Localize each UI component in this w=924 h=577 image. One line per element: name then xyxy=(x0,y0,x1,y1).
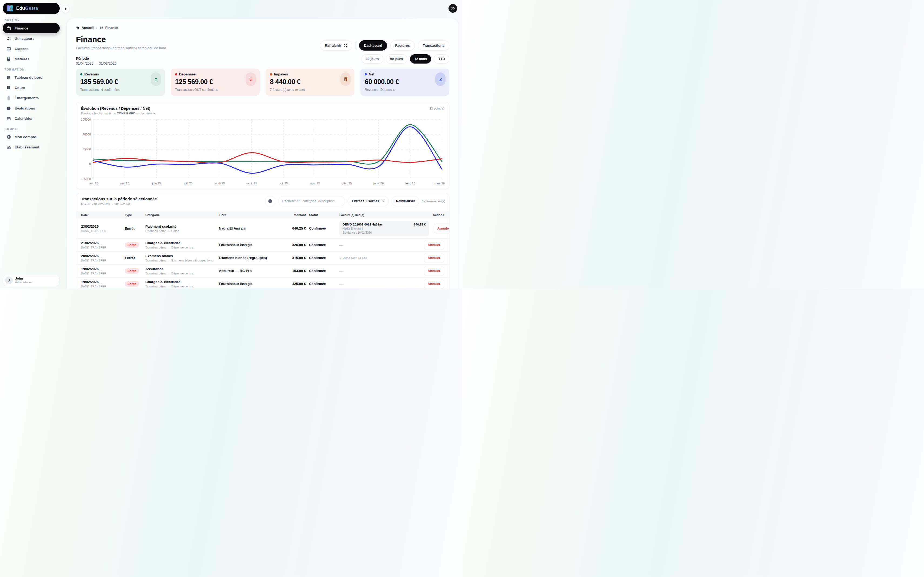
status-dot xyxy=(365,73,367,76)
status-filter-button[interactable] xyxy=(265,196,275,206)
search-box xyxy=(278,196,345,206)
tx-type: Entrée xyxy=(125,256,135,260)
tab-label: Factures xyxy=(395,44,410,48)
stat-value: 8 440.00 € xyxy=(270,78,350,86)
sidebar: EduGesta GESTION Finance Utilisateurs Cl… xyxy=(0,0,63,288)
sidebar-item-mon-compte[interactable]: Mon compte xyxy=(3,132,60,142)
tx-type-badge: Sortie xyxy=(125,281,139,287)
svg-text:0: 0 xyxy=(89,163,91,166)
sidebar-item-calendrier[interactable]: Calendrier xyxy=(3,113,60,124)
column-header-tiers: Tiers xyxy=(219,213,281,217)
divider xyxy=(355,42,356,49)
stat-caption: Transactions OUT confirmées xyxy=(175,88,256,92)
sidebar-collapse-button[interactable] xyxy=(62,5,69,13)
sidebar-item-etablissement[interactable]: Établissement xyxy=(3,142,60,152)
search-input[interactable] xyxy=(282,199,341,203)
svg-text:févr. 26: févr. 26 xyxy=(405,182,415,185)
tab-transactions[interactable]: Transactions xyxy=(418,40,449,50)
sidebar-section-formation: FORMATION xyxy=(5,68,24,71)
table-row: 19/02/2026BANK_TRANSFER Sortie Assurance… xyxy=(76,264,449,277)
sidebar-item-matieres[interactable]: Matières xyxy=(3,54,60,64)
table-row: 21/02/2026BANK_TRANSFER Sortie Charges &… xyxy=(76,239,449,251)
stat-card-depenses: Dépenses 125 569.00 € Transactions OUT c… xyxy=(171,69,260,96)
breadcrumb-home[interactable]: Accueil xyxy=(76,26,93,30)
tx-date: 21/02/2026 xyxy=(81,241,122,245)
invoice-placeholder: — xyxy=(339,243,342,247)
calendar-icon xyxy=(6,116,11,121)
stat-label: Dépenses xyxy=(179,72,196,76)
svg-text:mai 25: mai 25 xyxy=(120,182,129,185)
tx-date: 19/02/2026 xyxy=(81,280,122,284)
stat-value: 125 569.00 € xyxy=(175,78,256,86)
clipboard-icon xyxy=(6,96,11,100)
transactions-controls: Entrées + sorties Réinitialiser 17 trans… xyxy=(265,196,445,206)
cancel-label: Annuler xyxy=(437,227,449,230)
tx-category: Charges & électricité xyxy=(145,241,215,245)
sidebar-item-label: Cours xyxy=(14,86,25,90)
sidebar-item-label: Utilisateurs xyxy=(14,37,35,40)
sidebar-item-emargements[interactable]: Émargements xyxy=(3,93,60,103)
sidebar-item-evaluations[interactable]: Évaluations xyxy=(3,103,60,113)
column-header-actions: Actions xyxy=(423,213,444,217)
chart-line-icon xyxy=(435,73,445,86)
sidebar-user-card[interactable]: J John Administrateur xyxy=(3,275,60,286)
tx-category: Assurance xyxy=(145,267,215,271)
stat-caption: Transactions IN confirmées xyxy=(80,88,161,92)
breadcrumb-home-label: Accueil xyxy=(82,26,93,30)
cancel-button[interactable]: Annuler xyxy=(424,240,444,250)
period-value: 01/04/2025 → 31/03/2026 xyxy=(76,61,116,65)
breadcrumb-current-label: Finance xyxy=(105,26,118,30)
course-icon xyxy=(6,85,11,90)
brand-logo[interactable]: EduGesta xyxy=(3,3,60,14)
reset-filters-button[interactable]: Réinitialiser xyxy=(392,196,419,206)
range-30-jours[interactable]: 30 jours xyxy=(362,54,383,64)
invoice-name: Nadia El Amrani xyxy=(342,227,426,230)
invoice-placeholder: — xyxy=(339,269,342,273)
svg-text:janv. 26: janv. 26 xyxy=(373,182,384,185)
brand-logo-icon xyxy=(6,5,13,12)
tx-method: BANK_TRANSFER xyxy=(81,229,122,232)
cancel-button[interactable]: Annuler xyxy=(424,266,444,276)
receipt-icon xyxy=(341,73,351,86)
cancel-button[interactable]: Annuler xyxy=(424,279,444,289)
tx-method: BANK_TRANSFER xyxy=(81,246,122,249)
tab-dashboard[interactable]: Dashboard xyxy=(359,40,387,50)
refresh-button[interactable]: Rafraîchir xyxy=(320,40,352,50)
range-label: 90 jours xyxy=(390,57,403,61)
direction-filter-select[interactable]: Entrées + sorties xyxy=(348,196,389,206)
svg-text:-35000: -35000 xyxy=(82,177,91,181)
cancel-button[interactable]: Annuler xyxy=(434,224,449,233)
sidebar-item-label: Émargements xyxy=(14,96,39,100)
cancel-label: Annuler xyxy=(428,282,440,286)
transactions-card: Transactions sur la période sélectionnée… xyxy=(76,193,449,288)
breadcrumb: Accueil › Finance xyxy=(76,25,449,31)
table-row: 19/02/2026BANK_TRANSFER Sortie Charges &… xyxy=(76,277,449,288)
tab-factures[interactable]: Factures xyxy=(390,40,415,50)
table-body: 23/02/2026BANK_TRANSFER Entrée Paiement … xyxy=(76,218,449,288)
range-90-jours[interactable]: 90 jours xyxy=(386,54,407,64)
range-controls: 30 jours 90 jours 12 mois YTD xyxy=(362,54,449,64)
range-label: 30 jours xyxy=(366,57,379,61)
sidebar-item-tableau-de-bord[interactable]: Tableau de bord xyxy=(3,72,60,82)
stat-value: 185 569.00 € xyxy=(80,78,161,86)
sidebar-item-classes[interactable]: Classes xyxy=(3,44,60,54)
status-dot xyxy=(270,73,272,76)
home-icon xyxy=(76,26,80,30)
tx-type: Entrée xyxy=(125,227,135,230)
invoice-amount: 646.25 € xyxy=(414,223,426,226)
range-12-mois[interactable]: 12 mois xyxy=(410,54,431,64)
period-label: Période xyxy=(76,56,116,61)
tx-category-sub: Données démo — Dépense centre xyxy=(145,246,215,249)
evaluation-icon xyxy=(6,106,11,111)
sidebar-item-utilisateurs[interactable]: Utilisateurs xyxy=(3,33,60,44)
tx-date: 19/02/2026 xyxy=(81,267,122,271)
sidebar-item-cours[interactable]: Cours xyxy=(3,82,60,93)
sidebar-item-finance[interactable]: Finance xyxy=(3,23,60,33)
tx-category-sub: Données démo — Dépense centre xyxy=(145,272,215,275)
range-ytd[interactable]: YTD xyxy=(434,54,449,64)
chart-subtitle: Basé sur les transactions CONFIRMED sur … xyxy=(81,112,444,115)
tx-status: Confirmée xyxy=(309,282,336,286)
cancel-button[interactable]: Annuler xyxy=(424,253,444,263)
tx-date: 23/02/2026 xyxy=(81,224,122,229)
user-menu-avatar[interactable]: JD xyxy=(448,4,457,13)
